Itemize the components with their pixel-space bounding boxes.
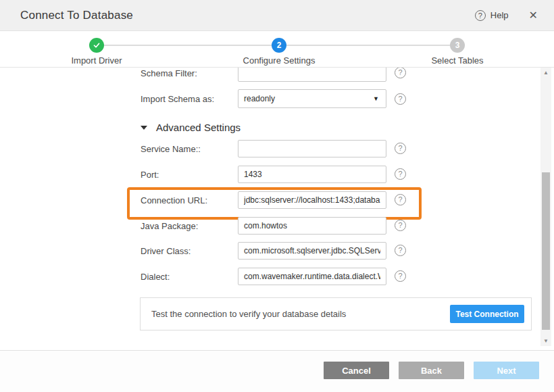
- connection-url-help-icon[interactable]: ?: [395, 194, 406, 205]
- step-configure-settings-circle[interactable]: 2: [272, 38, 286, 53]
- back-button[interactable]: Back: [399, 362, 464, 379]
- driver-class-label: Driver Class:: [141, 246, 191, 256]
- port-help-icon[interactable]: ?: [395, 168, 406, 180]
- step-select-tables-label: Select Tables: [417, 55, 498, 66]
- driver-class-help-icon[interactable]: ?: [395, 245, 406, 256]
- step-connector: [286, 45, 450, 46]
- next-button[interactable]: Next: [474, 362, 539, 379]
- driver-class-input[interactable]: [238, 242, 386, 260]
- import-schema-as-value: readonly: [244, 94, 275, 103]
- schema-filter-input[interactable]: [238, 68, 386, 82]
- step-select-tables-circle[interactable]: 3: [450, 38, 465, 53]
- wizard-stepper: 2 3 Import Driver Configure Settings Sel…: [0, 31, 554, 68]
- service-name-help-icon[interactable]: ?: [395, 143, 406, 154]
- help-label: Help: [490, 10, 509, 20]
- close-icon[interactable]: ✕: [529, 10, 538, 21]
- dialog-footer: Cancel Back Next: [0, 350, 554, 392]
- advanced-settings-toggle[interactable]: Advanced Settings: [141, 122, 241, 133]
- chevron-down-icon: ▼: [373, 95, 379, 102]
- step-configure-settings-label: Configure Settings: [225, 55, 333, 66]
- java-package-help-icon[interactable]: ?: [395, 220, 406, 231]
- test-connection-message: Test the connection to verify your datab…: [151, 309, 346, 319]
- import-schema-as-select[interactable]: readonly ▼: [238, 89, 386, 108]
- test-connection-button[interactable]: Test Connection: [450, 305, 524, 323]
- step-import-driver-label: Import Driver: [56, 55, 137, 66]
- dialect-label: Dialect:: [141, 272, 170, 282]
- dialog-title: Connect To Database: [20, 9, 475, 22]
- dialect-input[interactable]: [238, 268, 386, 285]
- dialect-help-icon[interactable]: ?: [395, 270, 406, 282]
- connection-url-label: Connection URL:: [141, 195, 207, 205]
- java-package-input[interactable]: [238, 217, 386, 235]
- step-connector: [104, 45, 272, 46]
- scroll-up-icon[interactable]: ▲: [540, 70, 551, 76]
- connection-url-input[interactable]: [238, 191, 386, 209]
- check-icon: [93, 41, 101, 49]
- schema-filter-label: Schema Filter:: [141, 68, 197, 78]
- schema-filter-help-icon[interactable]: ?: [395, 68, 406, 78]
- vertical-scrollbar[interactable]: ▲ ▼: [540, 68, 551, 346]
- collapse-triangle-icon: [141, 126, 147, 130]
- service-name-label: Service Name::: [141, 144, 201, 154]
- scroll-down-icon[interactable]: ▼: [540, 338, 551, 344]
- service-name-input[interactable]: [238, 140, 386, 157]
- settings-form-panel: Schema Filter: ? Import Schema as: reado…: [0, 68, 554, 350]
- advanced-settings-label: Advanced Settings: [156, 122, 241, 133]
- port-input[interactable]: [238, 166, 386, 183]
- scrollbar-thumb[interactable]: [542, 172, 550, 330]
- test-connection-panel: Test the connection to verify your datab…: [140, 297, 532, 330]
- java-package-label: Java Package:: [141, 221, 198, 231]
- import-schema-as-help-icon[interactable]: ?: [395, 93, 406, 105]
- help-button[interactable]: ? Help: [475, 10, 509, 21]
- help-icon: ?: [475, 10, 486, 21]
- port-label: Port:: [141, 170, 159, 180]
- dialog-header: Connect To Database ? Help ✕: [0, 0, 554, 31]
- import-schema-as-label: Import Schema as:: [141, 94, 214, 104]
- cancel-button[interactable]: Cancel: [324, 362, 389, 379]
- step-import-driver-circle[interactable]: [89, 38, 104, 53]
